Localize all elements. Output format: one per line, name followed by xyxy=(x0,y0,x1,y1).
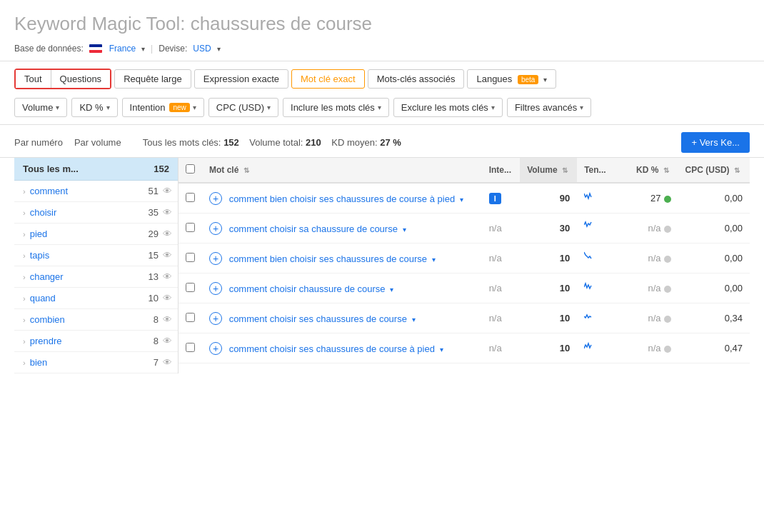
intention-badge: new xyxy=(169,103,189,112)
kd-sort-icon[interactable]: ⇅ xyxy=(663,166,669,174)
sidebar-item[interactable]: › changer 13 👁 xyxy=(14,266,178,288)
eye-icon[interactable]: 👁 xyxy=(163,229,172,239)
db-chevron-icon[interactable]: ▾ xyxy=(141,45,145,53)
add-keyword-button[interactable]: + xyxy=(209,282,222,295)
filter-inclure[interactable]: Inclure les mots clés ▾ xyxy=(283,98,389,117)
row-checkbox[interactable] xyxy=(186,283,195,292)
sidebar-item[interactable]: › quand 10 👁 xyxy=(14,288,178,309)
table-row: + comment bien choisir ses chaussures de… xyxy=(179,244,750,273)
eye-icon[interactable]: 👁 xyxy=(163,207,172,218)
chevron-right-icon: › xyxy=(23,358,26,367)
filter-avances[interactable]: Filtres avancés ▾ xyxy=(507,98,591,117)
sidebar-item[interactable]: › comment 51 👁 xyxy=(14,181,178,202)
keyword-link[interactable]: comment bien choisir ses chaussures de c… xyxy=(229,194,456,204)
intent-na: n/a xyxy=(489,343,502,353)
add-keyword-button[interactable]: + xyxy=(209,192,222,205)
row-checkbox[interactable] xyxy=(186,223,195,232)
tab-langues[interactable]: Langues beta ▾ xyxy=(467,69,556,89)
sidebar-item-count: 8 xyxy=(154,336,159,346)
eye-icon[interactable]: 👁 xyxy=(163,336,172,346)
sort-volume[interactable]: Par volume xyxy=(74,137,121,148)
keyword-dropdown-icon[interactable]: ▾ xyxy=(403,226,406,234)
france-flag xyxy=(89,44,102,53)
vers-ke-button[interactable]: + Vers Ke... xyxy=(681,132,750,153)
add-keyword-button[interactable]: + xyxy=(209,342,222,355)
row-checkbox[interactable] xyxy=(186,253,195,262)
sidebar-item-count: 51 xyxy=(149,186,159,196)
add-keyword-button[interactable]: + xyxy=(209,222,222,235)
filter-intention[interactable]: Intention new ▾ xyxy=(122,98,204,117)
total-value: 152 xyxy=(223,137,239,148)
keyword-link[interactable]: comment choisir ses chaussures de course… xyxy=(229,343,435,354)
sidebar-item-label: choisir xyxy=(30,207,149,218)
kd-na: n/a xyxy=(648,343,660,353)
eye-icon[interactable]: 👁 xyxy=(163,250,172,261)
sidebar-item-count: 10 xyxy=(149,293,159,303)
trend-cell xyxy=(577,333,629,363)
inclure-caret-icon: ▾ xyxy=(378,104,381,111)
kd-dot xyxy=(664,286,671,293)
keyword-link[interactable]: comment bien choisir ses chaussures de c… xyxy=(229,254,427,264)
db-country-link[interactable]: France xyxy=(109,44,136,54)
filter-exclure[interactable]: Exclure les mots clés ▾ xyxy=(393,98,503,117)
filter-kd[interactable]: KD % ▾ xyxy=(71,98,117,117)
trend-sparkline xyxy=(584,341,620,353)
chevron-right-icon: › xyxy=(23,337,26,346)
eye-icon[interactable]: 👁 xyxy=(163,357,172,368)
keyword-dropdown-icon[interactable]: ▾ xyxy=(412,316,416,323)
row-checkbox[interactable] xyxy=(186,313,195,322)
filter-cpc[interactable]: CPC (USD) ▾ xyxy=(208,98,278,117)
devise-link[interactable]: USD xyxy=(193,44,211,54)
cpc-sort-icon[interactable]: ⇅ xyxy=(734,166,740,174)
keyword-sort-icon[interactable]: ⇅ xyxy=(243,166,249,174)
main-content: Tous les m... 152 › comment 51 👁 › chois… xyxy=(0,158,764,373)
sidebar-item-label: quand xyxy=(30,293,149,303)
cpc-cell: 0,47 xyxy=(678,333,750,363)
trend-sparkline xyxy=(584,191,620,204)
sort-numero[interactable]: Par numéro xyxy=(14,137,63,148)
keyword-dropdown-icon[interactable]: ▾ xyxy=(432,256,436,264)
sidebar-item[interactable]: › pied 29 👁 xyxy=(14,224,178,245)
sidebar-header-label: Tous les m... xyxy=(23,164,79,174)
chevron-right-icon: › xyxy=(23,187,26,196)
add-keyword-button[interactable]: + xyxy=(209,312,222,325)
devise-chevron-icon[interactable]: ▾ xyxy=(217,45,221,53)
sidebar-item[interactable]: › prendre 8 👁 xyxy=(14,331,178,352)
langues-chevron-icon[interactable]: ▾ xyxy=(543,76,547,84)
keyword-link[interactable]: comment choisir chaussure de course xyxy=(229,283,386,294)
kd-dot xyxy=(664,316,671,323)
sidebar-item-count: 35 xyxy=(149,207,159,218)
chevron-right-icon: › xyxy=(23,273,26,281)
filter-volume[interactable]: Volume ▾ xyxy=(14,98,67,117)
chevron-right-icon: › xyxy=(23,294,26,303)
sidebar-item-count: 15 xyxy=(149,250,159,261)
tab-questions[interactable]: Questions xyxy=(51,70,111,88)
keywords-table: Mot clé ⇅ Inte... Volume ⇅ Ten... KD % ⇅… xyxy=(179,158,750,363)
eye-icon[interactable]: 👁 xyxy=(163,271,172,282)
tab-expression-exacte[interactable]: Expression exacte xyxy=(194,69,288,89)
sidebar-item[interactable]: › combien 8 👁 xyxy=(14,309,178,331)
sidebar-item[interactable]: › choisir 35 👁 xyxy=(14,202,178,224)
keyword-cell: + comment choisir sa chaussure de course… xyxy=(202,214,482,244)
eye-icon[interactable]: 👁 xyxy=(163,186,172,196)
keyword-dropdown-icon[interactable]: ▾ xyxy=(440,346,443,353)
tab-requete-large[interactable]: Requête large xyxy=(114,69,191,89)
keyword-link[interactable]: comment choisir ses chaussures de course xyxy=(229,313,407,324)
keyword-link[interactable]: comment choisir sa chaussure de course xyxy=(229,224,398,234)
tab-mot-cle-exact[interactable]: Mot clé exact xyxy=(291,69,365,89)
volume-sort-icon[interactable]: ⇅ xyxy=(562,166,568,174)
add-keyword-button[interactable]: + xyxy=(209,252,222,265)
keyword-dropdown-icon[interactable]: ▾ xyxy=(460,196,463,204)
keyword-dropdown-icon[interactable]: ▾ xyxy=(390,286,393,293)
keyword-cell: + comment bien choisir ses chaussures de… xyxy=(202,244,482,273)
row-checkbox[interactable] xyxy=(186,193,195,202)
row-checkbox[interactable] xyxy=(186,343,195,352)
tab-tout[interactable]: Tout xyxy=(16,70,51,88)
tab-mots-cles-associes[interactable]: Mots-clés associés xyxy=(368,69,465,89)
highlight-tabs-box: Tout Questions xyxy=(14,69,111,89)
sidebar-item[interactable]: › tapis 15 👁 xyxy=(14,245,178,266)
eye-icon[interactable]: 👁 xyxy=(163,293,172,303)
select-all-checkbox[interactable] xyxy=(186,164,195,174)
sidebar-item[interactable]: › bien 7 👁 xyxy=(14,352,178,373)
eye-icon[interactable]: 👁 xyxy=(163,314,172,325)
